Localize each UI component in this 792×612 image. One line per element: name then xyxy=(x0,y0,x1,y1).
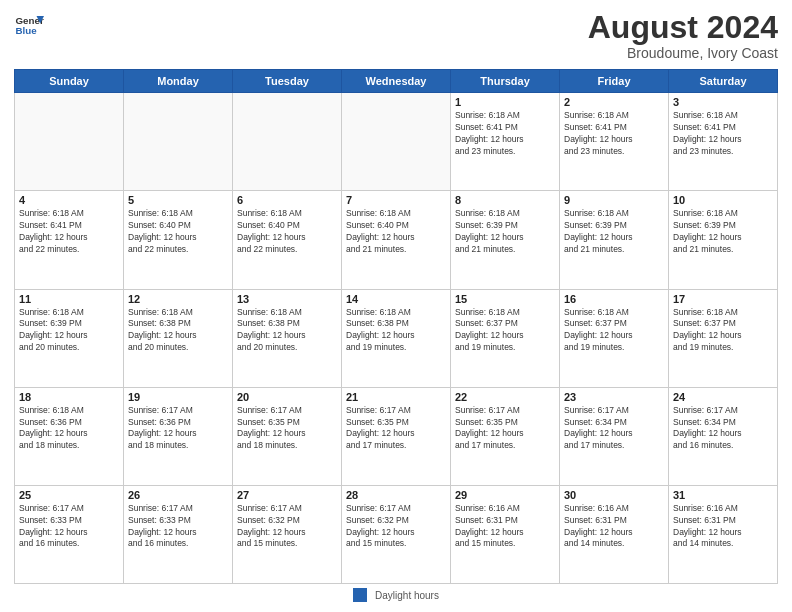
calendar-day-cell: 16Sunrise: 6:18 AM Sunset: 6:37 PM Dayli… xyxy=(560,289,669,387)
day-number: 17 xyxy=(673,293,773,305)
calendar-week-row: 11Sunrise: 6:18 AM Sunset: 6:39 PM Dayli… xyxy=(15,289,778,387)
day-info: Sunrise: 6:16 AM Sunset: 6:31 PM Dayligh… xyxy=(564,503,664,551)
day-info: Sunrise: 6:17 AM Sunset: 6:32 PM Dayligh… xyxy=(346,503,446,551)
day-number: 7 xyxy=(346,194,446,206)
day-info: Sunrise: 6:18 AM Sunset: 6:37 PM Dayligh… xyxy=(455,307,555,355)
day-number: 22 xyxy=(455,391,555,403)
day-info: Sunrise: 6:18 AM Sunset: 6:39 PM Dayligh… xyxy=(564,208,664,256)
day-number: 26 xyxy=(128,489,228,501)
day-info: Sunrise: 6:18 AM Sunset: 6:40 PM Dayligh… xyxy=(128,208,228,256)
day-info: Sunrise: 6:18 AM Sunset: 6:39 PM Dayligh… xyxy=(673,208,773,256)
day-info: Sunrise: 6:17 AM Sunset: 6:36 PM Dayligh… xyxy=(128,405,228,453)
calendar-day-cell xyxy=(342,93,451,191)
calendar-day-cell: 30Sunrise: 6:16 AM Sunset: 6:31 PM Dayli… xyxy=(560,485,669,583)
day-number: 31 xyxy=(673,489,773,501)
header: General Blue August 2024 Broudoume, Ivor… xyxy=(14,10,778,61)
calendar-week-row: 18Sunrise: 6:18 AM Sunset: 6:36 PM Dayli… xyxy=(15,387,778,485)
calendar-day-cell: 10Sunrise: 6:18 AM Sunset: 6:39 PM Dayli… xyxy=(669,191,778,289)
day-number: 19 xyxy=(128,391,228,403)
day-number: 1 xyxy=(455,96,555,108)
day-number: 8 xyxy=(455,194,555,206)
day-number: 4 xyxy=(19,194,119,206)
day-info: Sunrise: 6:18 AM Sunset: 6:40 PM Dayligh… xyxy=(237,208,337,256)
calendar-day-header: Friday xyxy=(560,70,669,93)
day-info: Sunrise: 6:17 AM Sunset: 6:35 PM Dayligh… xyxy=(346,405,446,453)
day-number: 20 xyxy=(237,391,337,403)
day-info: Sunrise: 6:18 AM Sunset: 6:36 PM Dayligh… xyxy=(19,405,119,453)
day-number: 3 xyxy=(673,96,773,108)
calendar-day-cell: 11Sunrise: 6:18 AM Sunset: 6:39 PM Dayli… xyxy=(15,289,124,387)
calendar-day-cell: 26Sunrise: 6:17 AM Sunset: 6:33 PM Dayli… xyxy=(124,485,233,583)
calendar-day-cell: 14Sunrise: 6:18 AM Sunset: 6:38 PM Dayli… xyxy=(342,289,451,387)
calendar-day-header: Sunday xyxy=(15,70,124,93)
day-info: Sunrise: 6:18 AM Sunset: 6:39 PM Dayligh… xyxy=(19,307,119,355)
day-info: Sunrise: 6:17 AM Sunset: 6:32 PM Dayligh… xyxy=(237,503,337,551)
day-info: Sunrise: 6:18 AM Sunset: 6:39 PM Dayligh… xyxy=(455,208,555,256)
day-number: 15 xyxy=(455,293,555,305)
calendar-day-cell: 28Sunrise: 6:17 AM Sunset: 6:32 PM Dayli… xyxy=(342,485,451,583)
legend-label: Daylight hours xyxy=(375,590,439,601)
calendar-day-cell: 8Sunrise: 6:18 AM Sunset: 6:39 PM Daylig… xyxy=(451,191,560,289)
day-info: Sunrise: 6:17 AM Sunset: 6:34 PM Dayligh… xyxy=(564,405,664,453)
calendar-day-cell: 17Sunrise: 6:18 AM Sunset: 6:37 PM Dayli… xyxy=(669,289,778,387)
day-number: 5 xyxy=(128,194,228,206)
day-info: Sunrise: 6:17 AM Sunset: 6:33 PM Dayligh… xyxy=(19,503,119,551)
calendar-week-row: 25Sunrise: 6:17 AM Sunset: 6:33 PM Dayli… xyxy=(15,485,778,583)
calendar-day-cell: 5Sunrise: 6:18 AM Sunset: 6:40 PM Daylig… xyxy=(124,191,233,289)
calendar-day-cell: 19Sunrise: 6:17 AM Sunset: 6:36 PM Dayli… xyxy=(124,387,233,485)
calendar-day-cell: 27Sunrise: 6:17 AM Sunset: 6:32 PM Dayli… xyxy=(233,485,342,583)
day-number: 25 xyxy=(19,489,119,501)
day-number: 6 xyxy=(237,194,337,206)
day-number: 11 xyxy=(19,293,119,305)
day-info: Sunrise: 6:16 AM Sunset: 6:31 PM Dayligh… xyxy=(673,503,773,551)
day-number: 9 xyxy=(564,194,664,206)
calendar-day-cell: 21Sunrise: 6:17 AM Sunset: 6:35 PM Dayli… xyxy=(342,387,451,485)
calendar-day-header: Wednesday xyxy=(342,70,451,93)
day-number: 24 xyxy=(673,391,773,403)
page: General Blue August 2024 Broudoume, Ivor… xyxy=(0,0,792,612)
day-info: Sunrise: 6:18 AM Sunset: 6:41 PM Dayligh… xyxy=(19,208,119,256)
location: Broudoume, Ivory Coast xyxy=(588,45,778,61)
calendar-day-cell: 9Sunrise: 6:18 AM Sunset: 6:39 PM Daylig… xyxy=(560,191,669,289)
calendar-day-cell: 31Sunrise: 6:16 AM Sunset: 6:31 PM Dayli… xyxy=(669,485,778,583)
calendar-day-cell: 7Sunrise: 6:18 AM Sunset: 6:40 PM Daylig… xyxy=(342,191,451,289)
logo: General Blue xyxy=(14,10,44,40)
day-info: Sunrise: 6:18 AM Sunset: 6:38 PM Dayligh… xyxy=(346,307,446,355)
calendar-week-row: 4Sunrise: 6:18 AM Sunset: 6:41 PM Daylig… xyxy=(15,191,778,289)
day-info: Sunrise: 6:18 AM Sunset: 6:38 PM Dayligh… xyxy=(237,307,337,355)
day-number: 16 xyxy=(564,293,664,305)
calendar-day-cell: 25Sunrise: 6:17 AM Sunset: 6:33 PM Dayli… xyxy=(15,485,124,583)
day-number: 30 xyxy=(564,489,664,501)
calendar-day-cell: 12Sunrise: 6:18 AM Sunset: 6:38 PM Dayli… xyxy=(124,289,233,387)
day-number: 28 xyxy=(346,489,446,501)
calendar-day-header: Saturday xyxy=(669,70,778,93)
day-number: 10 xyxy=(673,194,773,206)
svg-text:Blue: Blue xyxy=(16,25,38,36)
day-number: 29 xyxy=(455,489,555,501)
day-info: Sunrise: 6:18 AM Sunset: 6:41 PM Dayligh… xyxy=(564,110,664,158)
day-info: Sunrise: 6:18 AM Sunset: 6:41 PM Dayligh… xyxy=(455,110,555,158)
legend-box xyxy=(353,588,367,602)
day-info: Sunrise: 6:18 AM Sunset: 6:41 PM Dayligh… xyxy=(673,110,773,158)
day-number: 18 xyxy=(19,391,119,403)
day-number: 13 xyxy=(237,293,337,305)
footer: Daylight hours xyxy=(14,588,778,602)
calendar-day-cell: 15Sunrise: 6:18 AM Sunset: 6:37 PM Dayli… xyxy=(451,289,560,387)
calendar-day-cell: 23Sunrise: 6:17 AM Sunset: 6:34 PM Dayli… xyxy=(560,387,669,485)
title-block: August 2024 Broudoume, Ivory Coast xyxy=(588,10,778,61)
calendar-day-cell: 1Sunrise: 6:18 AM Sunset: 6:41 PM Daylig… xyxy=(451,93,560,191)
day-number: 23 xyxy=(564,391,664,403)
calendar-day-header: Tuesday xyxy=(233,70,342,93)
calendar-day-cell: 2Sunrise: 6:18 AM Sunset: 6:41 PM Daylig… xyxy=(560,93,669,191)
calendar-day-cell: 13Sunrise: 6:18 AM Sunset: 6:38 PM Dayli… xyxy=(233,289,342,387)
day-info: Sunrise: 6:18 AM Sunset: 6:38 PM Dayligh… xyxy=(128,307,228,355)
day-info: Sunrise: 6:18 AM Sunset: 6:37 PM Dayligh… xyxy=(673,307,773,355)
month-title: August 2024 xyxy=(588,10,778,45)
day-info: Sunrise: 6:18 AM Sunset: 6:37 PM Dayligh… xyxy=(564,307,664,355)
day-info: Sunrise: 6:17 AM Sunset: 6:33 PM Dayligh… xyxy=(128,503,228,551)
calendar-day-cell: 4Sunrise: 6:18 AM Sunset: 6:41 PM Daylig… xyxy=(15,191,124,289)
calendar-day-cell: 29Sunrise: 6:16 AM Sunset: 6:31 PM Dayli… xyxy=(451,485,560,583)
calendar-day-cell: 18Sunrise: 6:18 AM Sunset: 6:36 PM Dayli… xyxy=(15,387,124,485)
calendar-day-cell: 20Sunrise: 6:17 AM Sunset: 6:35 PM Dayli… xyxy=(233,387,342,485)
calendar-day-cell xyxy=(233,93,342,191)
